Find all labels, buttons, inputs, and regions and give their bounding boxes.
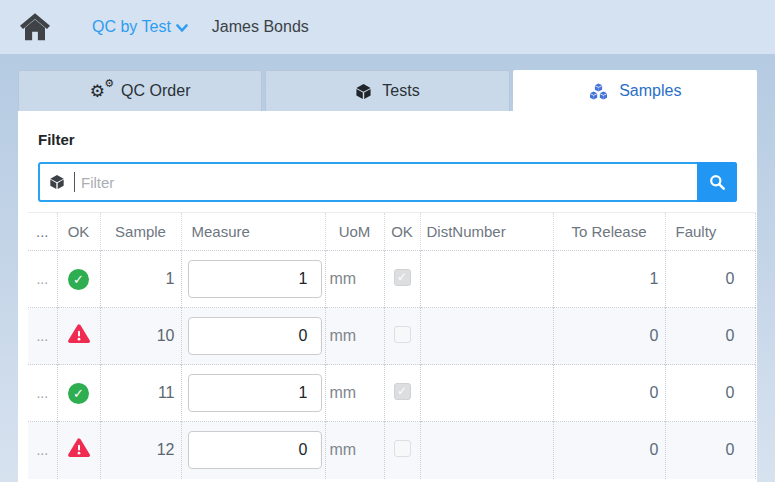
tab-qc-order[interactable]: ⚙⚙ QC Order xyxy=(18,70,262,111)
faulty-value: 0 xyxy=(665,365,755,422)
tab-strip: ⚙⚙ QC Order Tests xyxy=(18,70,757,111)
row-expander: ... xyxy=(28,308,57,365)
faulty-value: 0 xyxy=(665,422,755,479)
ok-checkbox[interactable] xyxy=(394,269,411,286)
tab-samples[interactable]: Samples xyxy=(513,70,757,111)
table-header-row: ... OK Sample Measure UoM OK DistNumber … xyxy=(28,213,755,251)
uom-label: mm xyxy=(325,422,384,479)
col-header-dist-number: DistNumber xyxy=(420,213,553,251)
status-icon: ✓ xyxy=(68,438,90,458)
sample-number: 10 xyxy=(100,308,181,365)
check-circle-icon: ✓ xyxy=(68,383,89,404)
dist-number-value xyxy=(420,422,553,479)
filter-input[interactable] xyxy=(75,174,735,191)
ok-checkbox[interactable] xyxy=(394,383,411,400)
gears-icon: ⚙⚙ xyxy=(90,83,111,100)
measure-input[interactable] xyxy=(188,260,322,298)
uom-label: mm xyxy=(325,365,384,422)
warning-icon xyxy=(68,438,90,458)
status-icon: ✓ xyxy=(68,383,89,404)
status-icon: ✓ xyxy=(68,269,89,290)
search-icon xyxy=(709,174,726,191)
sample-number: 12 xyxy=(100,422,181,479)
col-header-more: ... xyxy=(28,213,57,251)
uom-label: mm xyxy=(325,251,384,308)
dist-number-value xyxy=(420,308,553,365)
col-header-to-release: To Release xyxy=(553,213,665,251)
samples-panel: Filter xyxy=(18,111,757,482)
faulty-value: 0 xyxy=(665,308,755,365)
cube-icon xyxy=(40,174,74,190)
row-expander: ... xyxy=(28,365,57,422)
table-row: ... ✓ 12 mm 0 0 xyxy=(28,422,755,479)
tab-tests[interactable]: Tests xyxy=(265,70,509,111)
home-icon xyxy=(20,13,50,41)
to-release-value: 1 xyxy=(553,251,665,308)
dist-number-value xyxy=(420,365,553,422)
row-expander: ... xyxy=(28,251,57,308)
chevron-down-icon xyxy=(176,24,188,33)
filter-heading: Filter xyxy=(38,111,737,148)
col-header-sample: Sample xyxy=(100,213,181,251)
status-icon: ✓ xyxy=(68,324,90,344)
check-circle-icon: ✓ xyxy=(68,269,89,290)
to-release-value: 0 xyxy=(553,365,665,422)
col-header-uom: UoM xyxy=(325,213,384,251)
sample-number: 11 xyxy=(100,365,181,422)
col-header-ok2: OK xyxy=(384,213,420,251)
table-row: ... ✓ 11 mm 0 0 xyxy=(28,365,755,422)
measure-input[interactable] xyxy=(188,317,322,355)
col-header-measure: Measure xyxy=(181,213,325,251)
nav-menu-qc-by-test[interactable]: QC by Test xyxy=(92,18,188,36)
col-header-ok: OK xyxy=(57,213,100,251)
tab-tests-label: Tests xyxy=(382,82,419,100)
user-name-label: James Bonds xyxy=(212,18,309,36)
row-expander: ... xyxy=(28,422,57,479)
tab-samples-label: Samples xyxy=(619,82,681,100)
cubes-icon xyxy=(588,82,609,101)
to-release-value: 0 xyxy=(553,308,665,365)
table-row: ... ✓ 1 mm 1 0 xyxy=(28,251,755,308)
nav-menu-label: QC by Test xyxy=(92,18,171,36)
filter-input-group xyxy=(38,162,737,202)
table-row: ... ✓ 10 mm 0 0 xyxy=(28,308,755,365)
search-button[interactable] xyxy=(697,162,737,202)
cube-icon xyxy=(355,83,372,100)
home-button[interactable] xyxy=(20,12,52,42)
to-release-value: 0 xyxy=(553,422,665,479)
page-background: ⚙⚙ QC Order Tests xyxy=(0,54,775,482)
measure-input[interactable] xyxy=(188,431,322,469)
uom-label: mm xyxy=(325,308,384,365)
sample-number: 1 xyxy=(100,251,181,308)
top-nav-bar: QC by Test James Bonds xyxy=(0,0,775,54)
tab-qc-order-label: QC Order xyxy=(121,82,190,100)
col-header-faulty: Faulty xyxy=(665,213,755,251)
faulty-value: 0 xyxy=(665,251,755,308)
ok-checkbox[interactable] xyxy=(394,326,411,343)
ok-checkbox[interactable] xyxy=(394,440,411,457)
dist-number-value xyxy=(420,251,553,308)
warning-icon xyxy=(68,324,90,344)
samples-table: ... OK Sample Measure UoM OK DistNumber … xyxy=(28,212,756,479)
measure-input[interactable] xyxy=(188,374,322,412)
